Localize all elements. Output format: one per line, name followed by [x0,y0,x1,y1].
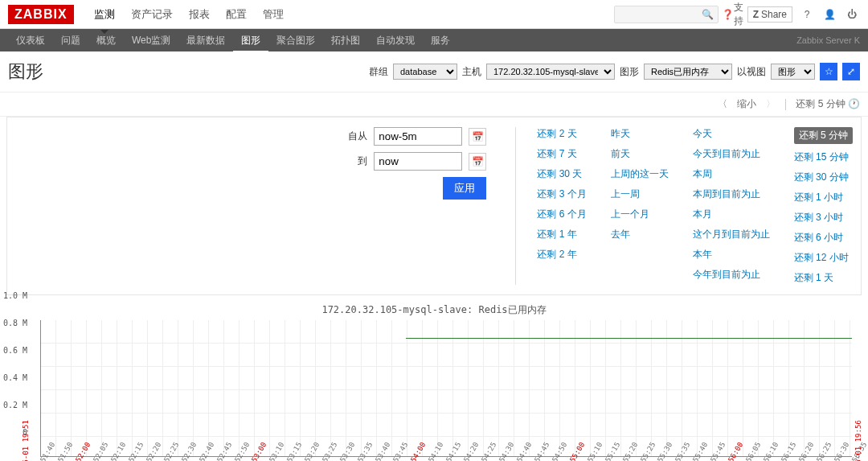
preset-link[interactable]: 上一个月 [611,208,669,221]
preset-link[interactable]: 还剩 15 分钟 [794,150,853,164]
preset-link[interactable]: 上周的这一天 [611,167,669,181]
nav-next-icon[interactable]: 〉 [766,97,776,111]
sub-dashboard[interactable]: 仪表板 [8,28,53,53]
zoom-remaining[interactable]: 还剩 5 分钟 🕐 [796,97,860,111]
sub-web[interactable]: Web监测 [124,28,178,53]
y-tick: 0.6 M [3,346,27,355]
preset-link[interactable]: 昨天 [611,127,669,141]
help-icon[interactable]: ? [799,6,815,23]
sub-discovery[interactable]: 自动发现 [368,28,423,53]
host-select[interactable]: 172.20.32.105-mysql-slave [486,64,615,80]
group-label: 群组 [369,65,388,79]
preset-link[interactable]: 还剩 30 分钟 [794,171,853,184]
support-button[interactable]: ❓支持 [725,6,741,23]
menu-config[interactable]: 配置 [218,0,255,30]
preset-link[interactable]: 本周 [693,167,770,181]
view-label: 以视图 [737,65,766,79]
preset-link[interactable]: 这个月到目前为止 [693,228,770,241]
to-input[interactable] [374,152,462,171]
preset-link[interactable]: 本周到目前为止 [693,187,770,201]
search-input[interactable]: 🔍 [614,6,719,23]
graph-select[interactable]: Redis已用内存 [644,64,732,80]
fullscreen-button[interactable]: ⤢ [842,63,860,80]
zoom-shrink[interactable]: 缩小 [737,97,756,111]
preset-link[interactable]: 今天到目前为止 [693,147,770,161]
y-tick: 0 [23,428,27,437]
y-tick: 1.0 M [3,291,27,300]
nav-prev-icon[interactable]: 〈 [718,97,727,111]
preset-link[interactable]: 去年 [611,228,669,241]
user-icon[interactable]: 👤 [821,6,837,23]
search-icon: 🔍 [702,9,714,20]
preset-link[interactable]: 还剩 1 天 [794,271,853,285]
preset-link[interactable]: 前天 [611,147,669,161]
sub-screens[interactable]: 聚合图形 [268,28,323,53]
view-select[interactable]: 图形 [771,64,815,80]
preset-link[interactable]: 今年到目前为止 [693,268,770,282]
group-select[interactable]: database [393,64,457,80]
server-name: Zabbix Server K [796,35,860,45]
top-menu: 监测 资产记录 报表 配置 管理 [86,0,292,30]
graph-label: 图形 [620,65,639,79]
preset-link[interactable]: 本年 [693,248,770,261]
y-tick: 0.4 M [3,373,27,382]
preset-link[interactable]: 本月 [693,208,770,221]
share-button[interactable]: ZShare [747,6,792,23]
preset-link[interactable]: 还剩 2 天 [537,127,586,141]
favorite-button[interactable]: ☆ [820,63,837,80]
y-tick: 0.8 M [3,319,27,327]
preset-link[interactable]: 还剩 2 年 [537,248,586,261]
sub-problems[interactable]: 问题 [53,28,88,53]
y-tick: 0.2 M [3,401,27,410]
menu-inventory[interactable]: 资产记录 [123,0,181,30]
preset-link[interactable]: 还剩 1 小时 [794,191,853,204]
preset-link[interactable]: 上一周 [611,187,669,201]
preset-link[interactable]: 今天 [693,127,770,141]
logo: ZABBIX [8,5,74,24]
preset-link[interactable]: 还剩 7 天 [537,147,586,161]
logout-icon[interactable]: ⏻ [844,6,860,23]
sub-latest[interactable]: 最新数据 [178,28,233,53]
from-label: 自从 [348,130,367,143]
chart-title: 172.20.32.105-mysql-slave: Redis已用内存 [8,303,860,317]
host-label: 主机 [462,65,481,79]
preset-link[interactable]: 还剩 6 个月 [537,208,586,221]
preset-link[interactable]: 还剩 3 小时 [794,211,853,224]
series-line [406,338,852,339]
from-input[interactable] [374,127,462,146]
apply-button[interactable]: 应用 [443,177,486,200]
to-calendar-icon[interactable]: 📅 [469,153,486,171]
menu-monitoring[interactable]: 监测 [86,0,123,30]
preset-link[interactable]: 还剩 3 个月 [537,187,586,201]
time-presets: 还剩 2 天还剩 7 天还剩 30 天还剩 3 个月还剩 6 个月还剩 1 年还… [521,127,853,285]
preset-link[interactable]: 还剩 5 分钟 [794,127,853,144]
menu-admin[interactable]: 管理 [255,0,292,30]
to-label: 到 [358,154,367,168]
preset-link[interactable]: 还剩 1 年 [537,228,586,241]
chart-plot [40,320,852,457]
preset-link[interactable]: 还剩 12 小时 [794,251,853,265]
page-title: 图形 [8,60,43,84]
from-calendar-icon[interactable]: 📅 [469,128,486,146]
sub-maps[interactable]: 拓扑图 [323,28,368,53]
sub-services[interactable]: 服务 [423,28,458,53]
preset-link[interactable]: 还剩 6 小时 [794,231,853,245]
sub-graphs[interactable]: 图形 [233,28,268,53]
menu-reports[interactable]: 报表 [181,0,218,30]
preset-link[interactable]: 还剩 30 天 [537,167,586,181]
